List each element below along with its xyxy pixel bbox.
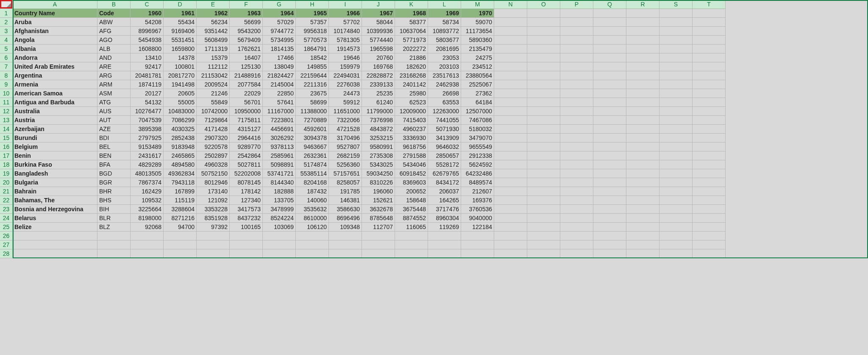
cell-country[interactable]: Benin [13, 151, 97, 160]
cell-empty[interactable] [693, 53, 726, 62]
cell-empty[interactable] [593, 160, 626, 169]
cell-empty[interactable] [659, 53, 693, 62]
cell-value[interactable]: 100801 [164, 62, 197, 71]
cell-value[interactable]: 3026292 [263, 134, 296, 143]
cell-value[interactable]: 5343025 [362, 160, 395, 169]
cell-value[interactable]: 23053 [428, 53, 461, 62]
cell-country[interactable]: Belarus [13, 214, 97, 223]
cell-value[interactable]: 59034250 [362, 169, 395, 178]
cell-empty[interactable] [97, 240, 131, 249]
column-header-h[interactable]: H [296, 0, 329, 9]
cell-empty[interactable] [626, 27, 659, 36]
cell-value[interactable]: 169768 [362, 62, 395, 71]
column-header-o[interactable]: O [527, 0, 560, 9]
column-header-c[interactable]: C [131, 0, 164, 9]
cell-empty[interactable] [659, 143, 693, 151]
cell-empty[interactable] [626, 178, 659, 187]
column-header-b[interactable]: B [97, 0, 131, 9]
cell-empty[interactable] [626, 107, 659, 116]
cell-empty[interactable] [560, 62, 593, 71]
cell-empty[interactable] [230, 232, 263, 240]
cell-value[interactable]: 58699 [296, 98, 329, 107]
row-header[interactable]: 8 [0, 71, 13, 80]
cell-empty[interactable] [527, 143, 560, 151]
cell-empty[interactable] [560, 125, 593, 134]
cell-value[interactable]: 8078145 [230, 178, 263, 187]
cell-value[interactable]: 200652 [395, 187, 428, 196]
cell-empty[interactable] [693, 98, 726, 107]
cell-value[interactable]: 127340 [230, 196, 263, 205]
cell-empty[interactable] [560, 178, 593, 187]
column-header-j[interactable]: J [362, 0, 395, 9]
cell-value[interactable]: 173140 [197, 187, 230, 196]
cell-value[interactable]: 1864791 [296, 45, 329, 53]
row-header[interactable]: 26 [0, 232, 13, 240]
cell-value[interactable]: 203103 [428, 62, 461, 71]
cell-value[interactable]: 5528172 [428, 160, 461, 169]
cell-value[interactable]: 8489574 [461, 178, 494, 187]
cell-value[interactable]: 4171428 [197, 125, 230, 134]
cell-empty[interactable] [527, 187, 560, 196]
cell-value[interactable]: 8785648 [362, 214, 395, 223]
cell-empty[interactable] [693, 89, 726, 98]
cell-value[interactable]: 59912 [329, 98, 362, 107]
row-header[interactable]: 23 [0, 205, 13, 214]
cell-value[interactable]: 2735308 [362, 151, 395, 160]
cell-value[interactable]: 9618756 [395, 143, 428, 151]
cell-empty[interactable] [362, 249, 395, 258]
cell-value[interactable]: 112112 [197, 62, 230, 71]
cell-empty[interactable] [626, 116, 659, 125]
cell-empty[interactable] [659, 187, 693, 196]
cell-value[interactable]: 106120 [296, 223, 329, 232]
cell-value[interactable]: 5774440 [362, 36, 395, 45]
row-header[interactable]: 14 [0, 125, 13, 134]
cell-value[interactable]: 3417573 [230, 205, 263, 214]
cell-empty[interactable] [494, 80, 527, 89]
cell-value[interactable]: 8271216 [164, 214, 197, 223]
cell-value[interactable]: 9463667 [296, 143, 329, 151]
cell-value[interactable]: 9744772 [263, 27, 296, 36]
cell-code[interactable]: BEL [97, 143, 131, 151]
cell-empty[interactable] [494, 143, 527, 151]
cell-empty[interactable] [626, 134, 659, 143]
cell-value[interactable]: 10742000 [197, 107, 230, 116]
cell-value[interactable]: 50752150 [197, 169, 230, 178]
cell-empty[interactable] [494, 151, 527, 160]
cell-empty[interactable] [560, 80, 593, 89]
cell-empty[interactable] [560, 232, 593, 240]
cell-value[interactable]: 3760536 [461, 205, 494, 214]
cell-empty[interactable] [560, 205, 593, 214]
cell-empty[interactable] [494, 240, 527, 249]
cell-value[interactable]: 27362 [461, 89, 494, 98]
header-year[interactable]: 1965 [296, 9, 329, 18]
cell-value[interactable]: 2907320 [197, 134, 230, 143]
cell-value[interactable]: 2077584 [230, 80, 263, 89]
cell-value[interactable]: 52202008 [230, 169, 263, 178]
header-year[interactable]: 1966 [329, 9, 362, 18]
row-header[interactable]: 9 [0, 80, 13, 89]
cell-empty[interactable] [626, 62, 659, 71]
cell-empty[interactable] [560, 160, 593, 169]
cell-value[interactable]: 54132 [131, 98, 164, 107]
cell-empty[interactable] [494, 214, 527, 223]
cell-empty[interactable] [626, 125, 659, 134]
cell-value[interactable]: 2009524 [197, 80, 230, 89]
cell-empty[interactable] [329, 249, 362, 258]
cell-empty[interactable] [659, 160, 693, 169]
header-year[interactable]: 1967 [362, 9, 395, 18]
cell-code[interactable]: ALB [97, 45, 131, 53]
cell-empty[interactable] [626, 169, 659, 178]
cell-code[interactable]: AUT [97, 116, 131, 125]
cell-value[interactable]: 62523 [395, 98, 428, 107]
cell-value[interactable]: 94700 [164, 223, 197, 232]
select-all-corner[interactable] [0, 0, 13, 9]
cell-value[interactable]: 9289770 [230, 143, 263, 151]
row-header[interactable]: 18 [0, 160, 13, 169]
cell-value[interactable]: 23675 [296, 89, 329, 98]
cell-code[interactable]: AGO [97, 36, 131, 45]
cell-value[interactable]: 3478999 [263, 205, 296, 214]
cell-code[interactable]: AZE [97, 125, 131, 134]
cell-value[interactable]: 3675448 [395, 205, 428, 214]
cell-value[interactable]: 22029 [230, 89, 263, 98]
cell-value[interactable]: 5434046 [395, 160, 428, 169]
